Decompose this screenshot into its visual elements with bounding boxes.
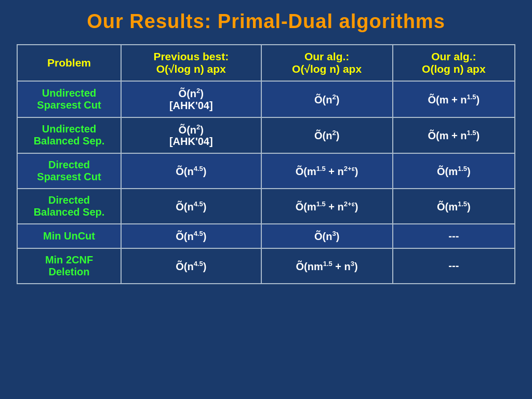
problem-cell: UndirectedBalanced Sep. xyxy=(17,117,121,154)
alg2-cell: Õ(m + n1.5) xyxy=(393,117,515,154)
problem-cell: Min 2CNFDeletion xyxy=(17,248,121,284)
col-header-alg1: Our alg.:O(√log n) apx xyxy=(261,45,393,81)
col-header-problem: Problem xyxy=(17,45,121,81)
problem-cell: DirectedBalanced Sep. xyxy=(17,189,121,224)
alg1-cell: Õ(n3) xyxy=(261,224,393,248)
prev-cell: Õ(n2)[AHK'04] xyxy=(121,117,261,154)
col-header-prev: Previous best:O(√log n) apx xyxy=(121,45,261,81)
table-row: DirectedBalanced Sep. Õ(n4.5) Õ(m1.5 + n… xyxy=(17,189,515,224)
prev-cell: Õ(n4.5) xyxy=(121,248,261,284)
col-header-alg2: Our alg.:O(log n) apx xyxy=(393,45,515,81)
alg1-cell: Õ(n2) xyxy=(261,81,393,117)
problem-cell: Min UnCut xyxy=(17,224,121,248)
table-row: UndirectedBalanced Sep. Õ(n2)[AHK'04] Õ(… xyxy=(17,117,515,154)
table-row: UndirectedSparsest Cut Õ(n2)[AHK'04] Õ(n… xyxy=(17,81,515,117)
prev-cell: Õ(n4.5) xyxy=(121,224,261,248)
results-table: Problem Previous best:O(√log n) apx Our … xyxy=(17,44,515,284)
table-row: DirectedSparsest Cut Õ(n4.5) Õ(m1.5 + n2… xyxy=(17,153,515,189)
page-title: Our Results: Primal-Dual algorithms xyxy=(87,10,445,33)
alg2-cell: --- xyxy=(393,224,515,248)
alg2-cell: Õ(m + n1.5) xyxy=(393,81,515,117)
table-row: Min 2CNFDeletion Õ(n4.5) Õ(nm1.5 + n3) -… xyxy=(17,248,515,284)
alg1-cell: Õ(nm1.5 + n3) xyxy=(261,248,393,284)
alg2-cell: --- xyxy=(393,248,515,284)
prev-cell: Õ(n4.5) xyxy=(121,189,261,224)
problem-cell: DirectedSparsest Cut xyxy=(17,153,121,189)
problem-cell: UndirectedSparsest Cut xyxy=(17,81,121,117)
alg1-cell: Õ(m1.5 + n2+ε) xyxy=(261,153,393,189)
prev-cell: Õ(n2)[AHK'04] xyxy=(121,81,261,117)
alg1-cell: Õ(n2) xyxy=(261,117,393,154)
table-row: Min UnCut Õ(n4.5) Õ(n3) --- xyxy=(17,224,515,248)
alg1-cell: Õ(m1.5 + n2+ε) xyxy=(261,189,393,224)
alg2-cell: Õ(m1.5) xyxy=(393,189,515,224)
prev-cell: Õ(n4.5) xyxy=(121,153,261,189)
alg2-cell: Õ(m1.5) xyxy=(393,153,515,189)
